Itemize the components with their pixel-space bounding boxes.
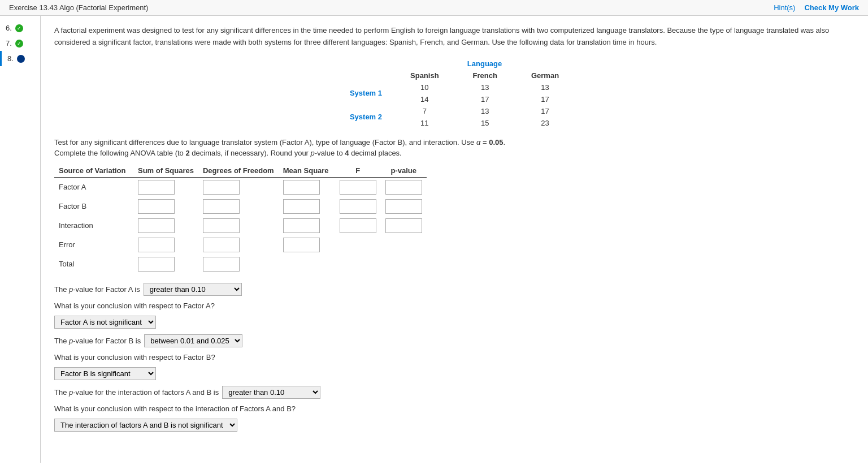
factor-a-question-row: What is your conclusion with respect to … xyxy=(54,302,854,310)
anova-row-interaction: Interaction xyxy=(54,216,427,235)
s2r1-german: 17 xyxy=(514,105,576,117)
conclusion-section: The p-value for Factor A is less than .0… xyxy=(54,283,854,432)
factor-b-pvalue-label: The p-value for Factor B is xyxy=(54,337,141,345)
factor-a-df-input[interactable] xyxy=(203,180,240,195)
s2r2-french: 15 xyxy=(456,117,514,129)
factor-b-p-input[interactable] xyxy=(385,199,422,214)
s2r1-spanish: 7 xyxy=(393,105,456,117)
language-data-table: Language Spanish French German System 1 … xyxy=(333,58,576,129)
col-spanish: Spanish xyxy=(393,70,456,81)
item-8-number: 8. xyxy=(7,54,14,63)
check-work-link[interactable]: Check My Work xyxy=(804,3,859,12)
s1r1-french: 13 xyxy=(456,81,514,93)
s1r2-german: 17 xyxy=(514,93,576,105)
interaction-question-row: What is your conclusion with respect to … xyxy=(54,404,854,413)
sidebar-item-8[interactable]: 8. xyxy=(0,51,40,66)
total-df-input[interactable] xyxy=(203,257,240,272)
factor-a-conclusion-row: Factor A is significant Factor A is not … xyxy=(54,316,854,329)
factor-a-pvalue-row: The p-value for Factor A is less than .0… xyxy=(54,283,854,296)
factor-a-ss-input[interactable] xyxy=(138,180,175,195)
language-header: Language xyxy=(393,58,576,70)
interaction-f-input[interactable] xyxy=(340,218,376,233)
s1r2-french: 17 xyxy=(456,93,514,105)
factor-a-p-input[interactable] xyxy=(385,180,422,195)
s1r1-spanish: 10 xyxy=(393,81,456,93)
top-bar: Exercise 13.43 Algo (Factorial Experimen… xyxy=(0,0,868,16)
system1-label: System 1 xyxy=(333,81,393,105)
anova-row-factor-b: Factor B xyxy=(54,197,427,216)
col-german: German xyxy=(514,70,576,81)
factor-b-f-input[interactable] xyxy=(340,199,376,214)
col-french: French xyxy=(456,70,514,81)
hint-link[interactable]: Hint(s) xyxy=(774,3,795,12)
s1r1-german: 13 xyxy=(514,81,576,93)
anova-row-error: Error xyxy=(54,235,427,255)
interaction-question-label: What is your conclusion with respect to … xyxy=(54,404,296,413)
factor-a-conclusion-select[interactable]: Factor A is significant Factor A is not … xyxy=(54,316,156,329)
anova-header-f: F xyxy=(335,164,381,178)
factor-a-question-label: What is your conclusion with respect to … xyxy=(54,302,215,310)
factor-a-f-input[interactable] xyxy=(340,180,376,195)
anova-row-total: Total xyxy=(54,255,427,274)
instruction1: Test for any significant differences due… xyxy=(54,138,854,147)
factor-b-conclusion-select[interactable]: Factor B is significant Factor B is not … xyxy=(54,367,156,380)
factor-b-df-input[interactable] xyxy=(203,199,240,214)
anova-header-ss: Sum of Squares xyxy=(133,164,198,178)
s2r1-french: 13 xyxy=(456,105,514,117)
anova-header-ms: Mean Square xyxy=(279,164,335,178)
problem-description: A factorial experiment was designed to t… xyxy=(54,25,854,49)
factor-b-pvalue-select[interactable]: less than .01 between 0.01 and 0.025 bet… xyxy=(144,334,242,347)
s1r2-spanish: 14 xyxy=(393,93,456,105)
factor-b-ss-input[interactable] xyxy=(138,199,175,214)
anova-row-factor-a: Factor A xyxy=(54,177,427,197)
interaction-ss-input[interactable] xyxy=(138,218,175,233)
item-7-number: 7. xyxy=(6,39,12,48)
instruction2: Complete the following ANOVA table (to 2… xyxy=(54,149,854,157)
interaction-pvalue-label: The p-value for the interaction of facto… xyxy=(54,388,219,397)
total-ss-input[interactable] xyxy=(138,257,175,272)
error-df-input[interactable] xyxy=(203,238,240,252)
item-6-number: 6. xyxy=(6,24,12,32)
factor-a-ms-input[interactable] xyxy=(283,180,320,195)
interaction-conclusion-row: The interaction of factors A and B is si… xyxy=(54,419,854,432)
s2r2-german: 23 xyxy=(514,117,576,129)
interaction-ms-input[interactable] xyxy=(283,218,320,233)
factor-a-pvalue-label: The p-value for Factor A is xyxy=(54,285,140,294)
interaction-pvalue-row: The p-value for the interaction of facto… xyxy=(54,386,854,399)
anova-table: Source of Variation Sum of Squares Degre… xyxy=(54,164,427,274)
sidebar-item-7[interactable]: 7. ✓ xyxy=(0,36,40,51)
top-bar-actions: Hint(s) Check My Work xyxy=(774,3,859,12)
anova-header-source: Source of Variation xyxy=(54,164,133,178)
factor-b-conclusion-row: Factor B is significant Factor B is not … xyxy=(54,367,854,380)
factor-b-ms-input[interactable] xyxy=(283,199,320,214)
factor-b-question-label: What is your conclusion with respect to … xyxy=(54,353,215,361)
main-layout: 6. ✓ 7. ✓ 8. A factorial experiment was … xyxy=(0,16,868,463)
factor-b-question-row: What is your conclusion with respect to … xyxy=(54,353,854,361)
error-ms-input[interactable] xyxy=(283,238,320,252)
exercise-title: Exercise 13.43 Algo (Factorial Experimen… xyxy=(9,3,148,12)
sidebar: 6. ✓ 7. ✓ 8. xyxy=(0,16,41,463)
interaction-conclusion-select[interactable]: The interaction of factors A and B is si… xyxy=(54,419,237,432)
interaction-label: Interaction xyxy=(54,216,133,235)
total-label: Total xyxy=(54,255,133,274)
factor-a-pvalue-select[interactable]: less than .01 between 0.01 and 0.025 bet… xyxy=(144,283,242,296)
error-label: Error xyxy=(54,235,133,255)
factor-b-pvalue-row: The p-value for Factor B is less than .0… xyxy=(54,334,854,347)
anova-header-df: Degrees of Freedom xyxy=(198,164,279,178)
item-8-status-icon xyxy=(17,55,25,63)
error-ss-input[interactable] xyxy=(138,238,175,252)
factor-b-label: Factor B xyxy=(54,197,133,216)
factor-a-label: Factor A xyxy=(54,177,133,197)
system2-label: System 2 xyxy=(333,105,393,129)
interaction-df-input[interactable] xyxy=(203,218,240,233)
item-6-status-icon: ✓ xyxy=(15,24,23,32)
interaction-pvalue-select[interactable]: less than .01 between 0.01 and 0.025 bet… xyxy=(222,386,320,399)
s2r2-spanish: 11 xyxy=(393,117,456,129)
sidebar-item-6[interactable]: 6. ✓ xyxy=(0,20,40,36)
item-7-status-icon: ✓ xyxy=(15,40,23,48)
content-area: A factorial experiment was designed to t… xyxy=(41,16,868,463)
interaction-p-input[interactable] xyxy=(385,218,422,233)
anova-header-p: p-value xyxy=(381,164,427,178)
